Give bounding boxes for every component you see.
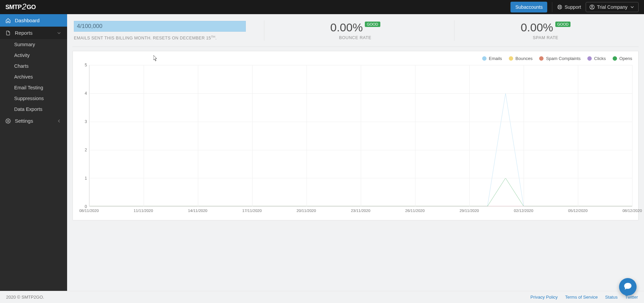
bounce-pct: 0.00%	[330, 21, 362, 34]
company-label: Trial Company	[597, 4, 627, 10]
legend-opens[interactable]: Opens	[613, 56, 632, 61]
y-tick: 0	[85, 204, 87, 209]
subnav-summary[interactable]: Summary	[0, 39, 67, 50]
subnav-email-testing[interactable]: Email Testing	[0, 82, 67, 93]
y-tick: 5	[85, 63, 87, 67]
spam-block: 0.00% GOOD SPAM RATE	[454, 20, 637, 41]
logo-text-two: 2	[22, 2, 26, 11]
spam-pct: 0.00%	[521, 21, 553, 34]
logo[interactable]: SMTP 2 GO	[5, 2, 36, 12]
bounce-label: BOUNCE RATE	[339, 35, 372, 40]
footer-copyright: 2020 © SMTP2GO.	[6, 295, 44, 300]
chart-legend: Emails Bounces Spam Complaints Clicks	[79, 56, 632, 61]
company-menu[interactable]: Trial Company	[586, 2, 639, 12]
svg-point-7	[591, 6, 593, 7]
nav-settings[interactable]: Settings	[0, 115, 67, 127]
sidebar: Dashboard Reports Summary Activity Chart…	[0, 14, 67, 291]
chevron-left-icon	[56, 118, 62, 124]
x-tick: 05/12/2020	[568, 209, 588, 213]
swatch-clicks-icon	[587, 56, 592, 61]
svg-point-8	[7, 120, 9, 122]
nav-dashboard[interactable]: Dashboard	[0, 14, 67, 27]
chevron-down-icon	[56, 30, 62, 36]
chart-area: 012345	[79, 65, 632, 207]
x-tick: 02/12/2020	[514, 209, 533, 213]
x-tick: 29/11/2020	[460, 209, 479, 213]
y-axis: 012345	[79, 65, 89, 207]
swatch-bounces-icon	[509, 56, 513, 61]
spam-label: SPAM RATE	[533, 35, 558, 40]
quota-caption: EMAILS SENT THIS BILLING MONTH. RESETS O…	[74, 35, 246, 40]
subnav-suppressions[interactable]: Suppressions	[0, 93, 67, 104]
chart-card: Emails Bounces Spam Complaints Clicks	[72, 51, 639, 220]
svg-line-2	[558, 5, 559, 6]
divider	[552, 2, 552, 12]
lifebuoy-icon	[557, 4, 562, 10]
x-tick: 23/11/2020	[351, 209, 371, 213]
reports-submenu: Summary Activity Charts Archives Email T…	[0, 39, 67, 115]
subaccounts-button[interactable]: Subaccounts	[510, 2, 547, 12]
quota-text: 4/100,000	[77, 23, 103, 30]
gear-icon	[5, 118, 11, 124]
x-tick: 20/11/2020	[297, 209, 316, 213]
user-circle-icon	[589, 4, 595, 10]
document-icon	[5, 30, 11, 36]
subnav-data-exports[interactable]: Data Exports	[0, 104, 67, 115]
legend-emails[interactable]: Emails	[482, 56, 502, 61]
legend-bounces[interactable]: Bounces	[509, 56, 533, 61]
quota-progress: 4/100,000	[74, 21, 246, 32]
nav-dashboard-label: Dashboard	[15, 18, 39, 23]
logo-text-right: GO	[27, 4, 36, 11]
nav-reports-label: Reports	[15, 30, 33, 36]
support-label: Support	[564, 4, 581, 10]
swatch-opens-icon	[613, 56, 617, 61]
footer-status[interactable]: Status	[605, 295, 618, 300]
swatch-spam-icon	[539, 56, 544, 61]
y-tick: 2	[85, 148, 87, 152]
home-icon	[5, 18, 11, 23]
svg-point-1	[559, 6, 561, 8]
x-tick: 11/11/2020	[134, 209, 153, 213]
stats-row: 4/100,000 EMAILS SENT THIS BILLING MONTH…	[72, 19, 639, 47]
footer-privacy[interactable]: Privacy Policy	[530, 295, 558, 300]
svg-line-5	[560, 8, 561, 9]
svg-line-3	[560, 5, 561, 6]
legend-spam[interactable]: Spam Complaints	[539, 56, 581, 61]
svg-line-4	[558, 8, 559, 9]
y-tick: 3	[85, 119, 87, 124]
topbar: SMTP 2 GO Subaccounts Support Trial Comp…	[0, 0, 644, 14]
spam-badge: GOOD	[555, 22, 571, 27]
chat-icon	[623, 282, 632, 292]
bounce-block: 0.00% GOOD BOUNCE RATE	[264, 20, 446, 41]
chart-plot[interactable]	[89, 65, 632, 207]
x-tick: 08/12/2020	[622, 209, 642, 213]
x-tick: 08/11/2020	[79, 209, 99, 213]
x-tick: 17/11/2020	[242, 209, 262, 213]
subnav-activity[interactable]: Activity	[0, 50, 67, 61]
footer: 2020 © SMTP2GO. Privacy Policy Terms of …	[0, 291, 644, 303]
subnav-charts[interactable]: Charts	[0, 61, 67, 71]
x-axis: 08/11/202011/11/202014/11/202017/11/2020…	[89, 209, 632, 214]
x-tick: 14/11/2020	[188, 209, 207, 213]
y-tick: 1	[85, 176, 87, 181]
chat-button[interactable]	[619, 278, 637, 296]
chevron-down-icon	[630, 4, 635, 10]
x-tick: 26/11/2020	[405, 209, 425, 213]
nav-settings-label: Settings	[15, 118, 33, 124]
main-content: 4/100,000 EMAILS SENT THIS BILLING MONTH…	[67, 14, 644, 291]
legend-clicks[interactable]: Clicks	[587, 56, 606, 61]
swatch-emails-icon	[482, 56, 487, 61]
footer-terms[interactable]: Terms of Service	[565, 295, 598, 300]
nav-reports[interactable]: Reports	[0, 27, 67, 39]
quota-block: 4/100,000 EMAILS SENT THIS BILLING MONTH…	[74, 20, 256, 41]
bounce-badge: GOOD	[365, 22, 380, 27]
y-tick: 4	[85, 91, 87, 96]
support-link[interactable]: Support	[557, 4, 581, 10]
logo-text-left: SMTP	[5, 4, 22, 11]
subnav-archives[interactable]: Archives	[0, 71, 67, 82]
